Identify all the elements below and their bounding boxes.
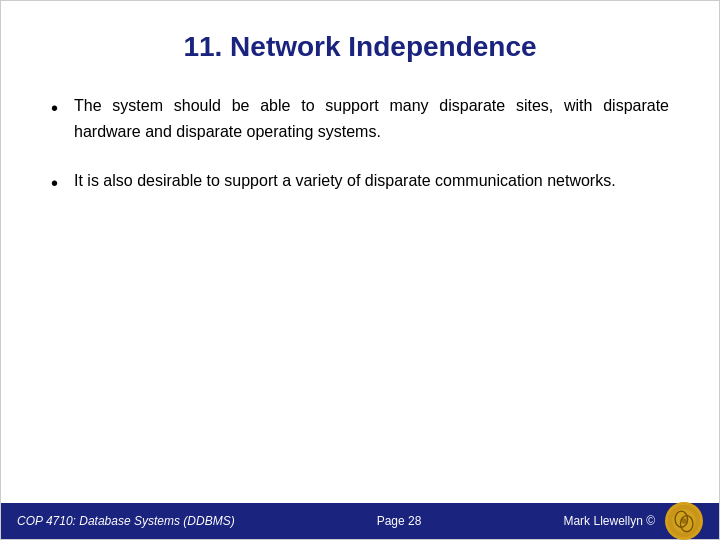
bullet-dot-1: • [51, 93, 58, 123]
slide-title: 11. Network Independence [51, 31, 669, 63]
footer-course: COP 4710: Database Systems (DDBMS) [17, 514, 235, 528]
slide-content: 11. Network Independence • The system sh… [1, 1, 719, 503]
bullet-text-1: The system should be able to support man… [74, 93, 669, 144]
bullet-dot-2: • [51, 168, 58, 198]
logo-icon [665, 502, 703, 540]
list-item: • It is also desirable to support a vari… [51, 168, 669, 198]
list-item: • The system should be able to support m… [51, 93, 669, 144]
bullet-list: • The system should be able to support m… [51, 93, 669, 198]
footer-page: Page 28 [377, 514, 422, 528]
bullet-text-2: It is also desirable to support a variet… [74, 168, 616, 194]
footer-right: Mark Llewellyn © [563, 502, 703, 540]
slide-footer: COP 4710: Database Systems (DDBMS) Page … [1, 503, 719, 539]
footer-author: Mark Llewellyn © [563, 514, 655, 528]
svg-point-4 [681, 518, 686, 523]
slide: 11. Network Independence • The system sh… [0, 0, 720, 540]
